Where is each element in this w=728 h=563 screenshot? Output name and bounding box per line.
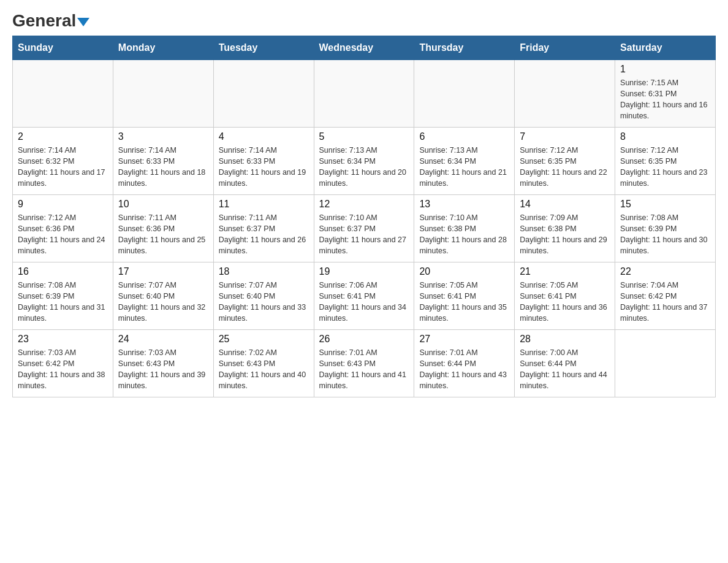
calendar-cell: 22Sunrise: 7:04 AMSunset: 6:42 PMDayligh… — [615, 262, 716, 330]
day-info: Sunrise: 7:11 AMSunset: 6:36 PMDaylight:… — [118, 212, 208, 257]
calendar-cell: 2Sunrise: 7:14 AMSunset: 6:32 PMDaylight… — [13, 128, 113, 195]
day-info: Sunrise: 7:03 AMSunset: 6:43 PMDaylight:… — [118, 347, 208, 392]
day-info: Sunrise: 7:02 AMSunset: 6:43 PMDaylight:… — [219, 347, 309, 392]
day-number: 10 — [118, 199, 208, 210]
day-number: 23 — [18, 334, 108, 345]
calendar-cell: 8Sunrise: 7:12 AMSunset: 6:35 PMDaylight… — [615, 128, 716, 195]
calendar-cell: 11Sunrise: 7:11 AMSunset: 6:37 PMDayligh… — [213, 195, 314, 262]
calendar-cell: 6Sunrise: 7:13 AMSunset: 6:34 PMDaylight… — [414, 128, 515, 195]
calendar-cell: 24Sunrise: 7:03 AMSunset: 6:43 PMDayligh… — [113, 330, 213, 397]
day-number: 8 — [620, 131, 710, 142]
day-number: 26 — [319, 334, 409, 345]
calendar-cell: 20Sunrise: 7:05 AMSunset: 6:41 PMDayligh… — [414, 262, 515, 330]
day-info: Sunrise: 7:04 AMSunset: 6:42 PMDaylight:… — [620, 280, 710, 324]
week-row-2: 2Sunrise: 7:14 AMSunset: 6:32 PMDaylight… — [13, 128, 716, 195]
day-number: 14 — [520, 199, 610, 210]
day-number: 25 — [219, 334, 309, 345]
day-info: Sunrise: 7:03 AMSunset: 6:42 PMDaylight:… — [18, 347, 108, 392]
calendar-cell: 21Sunrise: 7:05 AMSunset: 6:41 PMDayligh… — [515, 262, 615, 330]
weekday-header-sunday: Sunday — [13, 36, 113, 60]
day-info: Sunrise: 7:14 AMSunset: 6:32 PMDaylight:… — [18, 145, 108, 190]
day-info: Sunrise: 7:08 AMSunset: 6:39 PMDaylight:… — [18, 280, 108, 324]
weekday-header-wednesday: Wednesday — [314, 36, 414, 60]
weekday-header-friday: Friday — [515, 36, 615, 60]
calendar-cell: 12Sunrise: 7:10 AMSunset: 6:37 PMDayligh… — [314, 195, 414, 262]
day-info: Sunrise: 7:13 AMSunset: 6:34 PMDaylight:… — [419, 145, 509, 190]
day-number: 6 — [419, 131, 509, 142]
calendar-cell: 16Sunrise: 7:08 AMSunset: 6:39 PMDayligh… — [13, 262, 113, 330]
calendar-cell: 28Sunrise: 7:00 AMSunset: 6:44 PMDayligh… — [515, 330, 615, 397]
day-number: 13 — [419, 199, 509, 210]
day-number: 9 — [18, 199, 108, 210]
calendar-cell: 9Sunrise: 7:12 AMSunset: 6:36 PMDaylight… — [13, 195, 113, 262]
day-number: 2 — [18, 131, 108, 142]
day-info: Sunrise: 7:13 AMSunset: 6:34 PMDaylight:… — [319, 145, 409, 190]
day-info: Sunrise: 7:08 AMSunset: 6:39 PMDaylight:… — [620, 212, 710, 257]
weekday-header-saturday: Saturday — [615, 36, 716, 60]
day-number: 11 — [219, 199, 309, 210]
calendar-cell: 13Sunrise: 7:10 AMSunset: 6:38 PMDayligh… — [414, 195, 515, 262]
day-number: 12 — [319, 199, 409, 210]
day-number: 22 — [620, 266, 710, 277]
day-info: Sunrise: 7:05 AMSunset: 6:41 PMDaylight:… — [419, 280, 509, 324]
day-info: Sunrise: 7:00 AMSunset: 6:44 PMDaylight:… — [520, 347, 610, 392]
weekday-header-monday: Monday — [113, 36, 213, 60]
weekday-header-tuesday: Tuesday — [213, 36, 314, 60]
calendar-cell — [615, 330, 716, 397]
calendar-cell: 14Sunrise: 7:09 AMSunset: 6:38 PMDayligh… — [515, 195, 615, 262]
calendar-cell: 4Sunrise: 7:14 AMSunset: 6:33 PMDaylight… — [213, 128, 314, 195]
day-number: 17 — [118, 266, 208, 277]
day-number: 1 — [620, 64, 710, 75]
day-info: Sunrise: 7:05 AMSunset: 6:41 PMDaylight:… — [520, 280, 610, 324]
day-info: Sunrise: 7:10 AMSunset: 6:37 PMDaylight:… — [319, 212, 409, 257]
day-number: 7 — [520, 131, 610, 142]
day-number: 19 — [319, 266, 409, 277]
weekday-header-thursday: Thursday — [414, 36, 515, 60]
calendar-cell: 17Sunrise: 7:07 AMSunset: 6:40 PMDayligh… — [113, 262, 213, 330]
day-info: Sunrise: 7:06 AMSunset: 6:41 PMDaylight:… — [319, 280, 409, 324]
calendar-cell — [515, 60, 615, 128]
day-info: Sunrise: 7:01 AMSunset: 6:43 PMDaylight:… — [319, 347, 409, 392]
day-number: 16 — [18, 266, 108, 277]
calendar-header-row: SundayMondayTuesdayWednesdayThursdayFrid… — [13, 36, 716, 60]
day-info: Sunrise: 7:07 AMSunset: 6:40 PMDaylight:… — [118, 280, 208, 324]
calendar-cell — [113, 60, 213, 128]
day-number: 27 — [419, 334, 509, 345]
calendar-cell: 23Sunrise: 7:03 AMSunset: 6:42 PMDayligh… — [13, 330, 113, 397]
day-number: 4 — [219, 131, 309, 142]
page-header: General — [12, 12, 716, 29]
week-row-1: 1Sunrise: 7:15 AMSunset: 6:31 PMDaylight… — [13, 60, 716, 128]
day-info: Sunrise: 7:15 AMSunset: 6:31 PMDaylight:… — [620, 77, 710, 122]
calendar-cell: 27Sunrise: 7:01 AMSunset: 6:44 PMDayligh… — [414, 330, 515, 397]
week-row-5: 23Sunrise: 7:03 AMSunset: 6:42 PMDayligh… — [13, 330, 716, 397]
calendar-cell — [13, 60, 113, 128]
calendar-cell: 5Sunrise: 7:13 AMSunset: 6:34 PMDaylight… — [314, 128, 414, 195]
calendar-cell: 26Sunrise: 7:01 AMSunset: 6:43 PMDayligh… — [314, 330, 414, 397]
day-number: 15 — [620, 199, 710, 210]
calendar-cell: 7Sunrise: 7:12 AMSunset: 6:35 PMDaylight… — [515, 128, 615, 195]
day-info: Sunrise: 7:12 AMSunset: 6:35 PMDaylight:… — [520, 145, 610, 190]
calendar-cell — [213, 60, 314, 128]
calendar-cell: 1Sunrise: 7:15 AMSunset: 6:31 PMDaylight… — [615, 60, 716, 128]
calendar-cell: 3Sunrise: 7:14 AMSunset: 6:33 PMDaylight… — [113, 128, 213, 195]
day-number: 21 — [520, 266, 610, 277]
day-info: Sunrise: 7:10 AMSunset: 6:38 PMDaylight:… — [419, 212, 509, 257]
calendar-table: SundayMondayTuesdayWednesdayThursdayFrid… — [12, 36, 716, 397]
day-number: 3 — [118, 131, 208, 142]
calendar-cell: 15Sunrise: 7:08 AMSunset: 6:39 PMDayligh… — [615, 195, 716, 262]
day-info: Sunrise: 7:12 AMSunset: 6:35 PMDaylight:… — [620, 145, 710, 190]
calendar-cell — [314, 60, 414, 128]
logo: General — [12, 12, 89, 29]
calendar-cell — [414, 60, 515, 128]
day-info: Sunrise: 7:01 AMSunset: 6:44 PMDaylight:… — [419, 347, 509, 392]
day-number: 20 — [419, 266, 509, 277]
calendar-cell: 18Sunrise: 7:07 AMSunset: 6:40 PMDayligh… — [213, 262, 314, 330]
day-number: 18 — [219, 266, 309, 277]
logo-text-line1: General — [12, 12, 89, 29]
week-row-3: 9Sunrise: 7:12 AMSunset: 6:36 PMDaylight… — [13, 195, 716, 262]
day-info: Sunrise: 7:11 AMSunset: 6:37 PMDaylight:… — [219, 212, 309, 257]
day-number: 28 — [520, 334, 610, 345]
day-info: Sunrise: 7:12 AMSunset: 6:36 PMDaylight:… — [18, 212, 108, 257]
calendar-cell: 25Sunrise: 7:02 AMSunset: 6:43 PMDayligh… — [213, 330, 314, 397]
calendar-cell: 19Sunrise: 7:06 AMSunset: 6:41 PMDayligh… — [314, 262, 414, 330]
